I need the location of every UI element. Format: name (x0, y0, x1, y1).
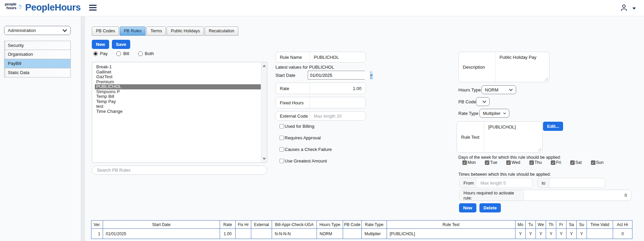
new-version-button[interactable]: New (459, 203, 476, 212)
brand-title: PeopleHours (25, 2, 81, 13)
table-cell: Y (566, 229, 577, 239)
scroll-down-icon[interactable] (262, 158, 266, 160)
radio-bill[interactable]: Bill (116, 51, 129, 56)
day-label: Thu (535, 160, 542, 165)
fixed-hours-value[interactable] (310, 97, 366, 108)
scroll-up-icon[interactable] (262, 65, 266, 67)
rate-group: Rate 1.00 (275, 83, 366, 94)
tab-bar: PB CodesPB RulesTermsPublic HolidaysReca… (92, 27, 238, 36)
sidebar-item-static-data[interactable]: Static Data (4, 68, 71, 78)
rules-list: Break-1GallinetGazTestPremiumPUBLICHOLSi… (92, 62, 267, 114)
checkbox-requires-approval[interactable]: Requires Approval (279, 135, 332, 140)
radio-pay[interactable]: Pay (93, 51, 107, 56)
edit-rule-text-button[interactable]: Edit... (543, 122, 563, 131)
sidebar-item-security[interactable]: Security (4, 41, 71, 50)
list-item[interactable]: Time Change (92, 109, 267, 114)
list-item[interactable]: PUBLICHOL (95, 84, 261, 89)
list-item[interactable]: test (92, 104, 267, 109)
section-select[interactable]: Administration (4, 26, 71, 35)
column-header-external: External (251, 221, 272, 229)
caret-down-icon[interactable] (632, 7, 636, 10)
user-icon[interactable] (620, 3, 628, 12)
resize-handle-icon[interactable] (545, 78, 548, 81)
external-code-label: External Code (276, 111, 310, 120)
column-header-act-hr: Act Hr (613, 221, 632, 229)
app-header: people hours PeopleHours (0, 0, 644, 16)
list-item[interactable]: Temp Pay (92, 99, 267, 104)
day-checkbox-sun[interactable]: ✓Sun (591, 160, 604, 165)
logo-wordmark: people hours (5, 2, 16, 10)
day-label: Sun (596, 160, 604, 165)
checkbox-icon: ✓ (462, 160, 467, 165)
scrollbar[interactable] (261, 62, 267, 162)
rule-name-value[interactable]: PUBLICHOL (310, 52, 366, 62)
rules-listbox[interactable]: Break-1GallinetGazTestPremiumPUBLICHOLSi… (92, 62, 267, 163)
day-label: Sat (575, 160, 582, 165)
tab-pb-rules[interactable]: PB Rules (120, 27, 146, 36)
pb-code-select[interactable] (476, 97, 490, 106)
day-checkbox-sat[interactable]: ✓Sat (570, 160, 582, 165)
rate-value[interactable]: 1.00 (310, 83, 366, 94)
days-row: ✓Mon✓Tue✓Wed✓Thu✓Fri✓Sat✓Sun (462, 160, 613, 165)
day-checkbox-mon[interactable]: ✓Mon (462, 160, 476, 165)
rule-text-value: [PUBLICHOL] (488, 124, 516, 130)
tab-public-holidays[interactable]: Public Holidays (167, 27, 204, 36)
day-label: Fri (556, 160, 561, 165)
list-item[interactable]: Temp Bill (92, 94, 267, 99)
hours-required-label: Hours required to activate rule: (459, 190, 524, 201)
time-to-input[interactable] (554, 180, 601, 186)
tab-recalculation[interactable]: Recalculation (205, 27, 238, 36)
column-header-fix-hr: Fix Hr (236, 221, 251, 229)
day-checkbox-thu[interactable]: ✓Thu (529, 160, 542, 165)
checkbox-causes-a-check-failure[interactable]: Causes a Check Failure (279, 147, 332, 152)
new-button[interactable]: New (92, 40, 109, 49)
table-row[interactable]: 101/01/20251.00N-N-N-NNORMMultiplier[PUB… (91, 229, 632, 239)
radio-both[interactable]: Both (138, 51, 154, 56)
radio-label: Pay (100, 51, 107, 56)
day-checkbox-wed[interactable]: ✓Wed (506, 160, 520, 165)
column-header-time-valid: Time Valid (587, 221, 613, 229)
list-item[interactable]: Gallinet (92, 70, 267, 75)
chevron-down-icon (63, 29, 67, 32)
table-cell: 1.00 (220, 229, 236, 239)
table-cell: Multiplier (362, 229, 387, 239)
list-item[interactable]: Premium (92, 80, 267, 85)
checkbox-icon (279, 147, 284, 152)
list-item[interactable]: Simpsons P (92, 89, 267, 94)
save-button[interactable]: Save (112, 40, 130, 49)
description-textarea[interactable]: Public Holiday Pay (495, 52, 549, 82)
description-value: Public Holiday Pay (499, 55, 536, 60)
external-code-input[interactable] (314, 114, 361, 119)
toolbar: New Save (92, 40, 130, 49)
checkbox-icon: ✓ (570, 160, 575, 165)
day-checkbox-fri[interactable]: ✓Fri (551, 160, 561, 165)
menu-icon[interactable] (89, 5, 97, 12)
pb-code-label: PB Code (458, 99, 476, 104)
hours-required-value[interactable]: 0 (524, 190, 631, 201)
resize-handle-icon[interactable] (538, 148, 541, 151)
calendar-dropdown-icon[interactable] (370, 71, 373, 79)
time-from-input[interactable] (480, 180, 528, 186)
start-date-input[interactable] (308, 71, 370, 79)
checkbox-used-for-billing[interactable]: Used for Billing (279, 124, 332, 128)
day-checkbox-tue[interactable]: ✓Tue (485, 160, 497, 165)
table-cell: N-N-N-N (272, 229, 317, 239)
start-date-combo[interactable] (308, 71, 365, 80)
delete-version-button[interactable]: Delete (479, 203, 501, 212)
sidebar-item-organisation[interactable]: Organisation (4, 50, 71, 59)
list-item[interactable]: Break-1 (92, 65, 267, 70)
tab-terms[interactable]: Terms (146, 27, 166, 36)
sidebar-divider (81, 16, 85, 241)
rule-text-textarea[interactable]: [PUBLICHOL] (484, 122, 542, 152)
checkbox-label: Use Greatest Amount (285, 158, 327, 163)
tab-pb-codes[interactable]: PB Codes (92, 27, 119, 36)
hours-type-select[interactable]: NORM (481, 85, 516, 94)
list-item[interactable]: GazTest (92, 74, 267, 80)
sidebar-menu: SecurityOrganisationPayBillStatic Data (4, 41, 71, 78)
search-input[interactable] (92, 166, 267, 175)
sidebar-item-paybill[interactable]: PayBill (4, 59, 71, 68)
hours-type-value: NORM (485, 87, 509, 92)
table-cell: Y (515, 229, 526, 239)
rate-type-select[interactable]: Multiplier (479, 109, 509, 118)
checkbox-use-greatest-amount[interactable]: Use Greatest Amount (279, 158, 332, 163)
